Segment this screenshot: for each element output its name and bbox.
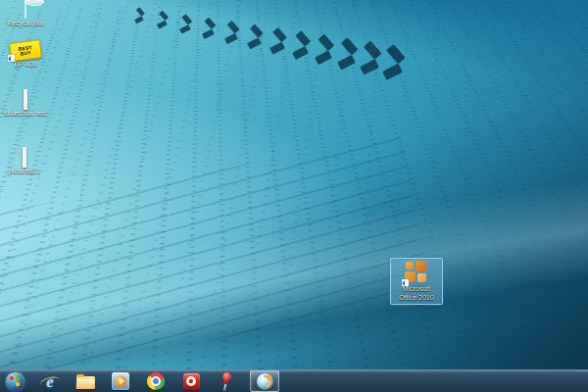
desktop-icon-best-buy[interactable]: BEST BUY BP 400 xyxy=(1,41,50,69)
best-buy-tag-icon: BEST BUY xyxy=(10,41,41,60)
photo-thumbnail-icon xyxy=(24,91,27,109)
desktop-icon-recycle-bin[interactable]: Recycle Bin xyxy=(1,1,50,27)
icon-label-line2: Office 2010 xyxy=(399,294,434,302)
best-buy-logo-text: BUY xyxy=(20,50,31,56)
chevron-glyph xyxy=(335,34,361,74)
recycle-bin-icon xyxy=(24,1,26,19)
chevron-glyph xyxy=(358,37,384,80)
icon-label: slideshow test xyxy=(4,110,47,118)
chevron-glyph xyxy=(290,27,313,64)
icon-label: BP 400 xyxy=(15,61,37,69)
pushpin-icon xyxy=(217,369,236,392)
office-logo-icon xyxy=(404,261,429,284)
icon-label: Recycle Bin xyxy=(8,20,44,27)
desktop-icon-office[interactable]: Microsoft Office 2010 xyxy=(390,258,443,305)
media-center-orb-icon xyxy=(257,373,273,390)
windows-start-orb-icon xyxy=(6,372,24,391)
taskbar-item-chrome[interactable] xyxy=(144,371,168,391)
chrome-icon xyxy=(147,372,165,390)
desktop-icon-pictures[interactable]: pictures01 xyxy=(0,149,49,175)
start-button[interactable] xyxy=(3,371,26,391)
red-app-icon xyxy=(183,373,200,390)
taskbar: e xyxy=(0,369,588,392)
chevron-glyph xyxy=(133,6,146,26)
folder-icon xyxy=(76,376,95,389)
icon-label-line1: Microsoft xyxy=(403,285,430,293)
chevron-glyph xyxy=(156,9,171,31)
desktop: Recycle Bin BEST BUY BP 400 slideshow te… xyxy=(0,0,588,392)
taskbar-item-file-explorer[interactable] xyxy=(74,371,97,391)
photo-thumbnail-icon xyxy=(23,149,26,167)
desktop-icon-slideshow[interactable]: slideshow test xyxy=(1,91,50,118)
chevron-glyph xyxy=(313,31,336,70)
taskbar-item-pushpin[interactable] xyxy=(215,371,238,391)
shortcut-arrow-icon xyxy=(8,55,15,62)
chevron-glyph xyxy=(223,19,242,48)
icon-label: pictures01 xyxy=(9,168,40,175)
chevron-glyph xyxy=(246,22,266,53)
taskbar-item-media-center[interactable] xyxy=(250,370,279,392)
chevron-glyph xyxy=(201,15,218,42)
chevron-glyph xyxy=(178,12,194,36)
taskbar-item-internet-explorer[interactable]: e xyxy=(38,371,62,391)
taskbar-item-media-player[interactable] xyxy=(109,371,132,391)
taskbar-item-red-app[interactable] xyxy=(179,371,203,391)
media-player-icon xyxy=(112,372,129,390)
ie-orbit-ring-icon xyxy=(39,375,61,390)
shortcut-arrow-icon xyxy=(402,279,409,286)
chevron-glyph xyxy=(268,24,289,58)
